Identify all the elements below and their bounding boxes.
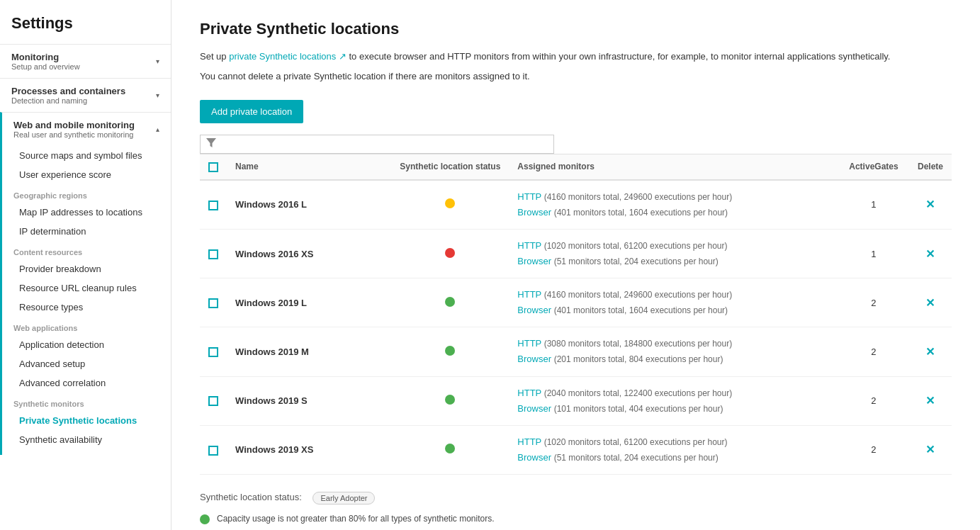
table-row: Windows 2019 L HTTP (4160 monitors total…: [200, 278, 952, 327]
sidebar-item-user-experience[interactable]: User experience score: [2, 165, 171, 184]
sidebar-section-processes-header[interactable]: Processes and containers Detection and n…: [0, 79, 171, 112]
sidebar-item-synthetic-availability[interactable]: Synthetic availability: [2, 430, 171, 449]
monitor-browser-link-3[interactable]: Browser (201 monitors total, 804 executi…: [517, 351, 830, 367]
sidebar-item-app-detection[interactable]: Application detection: [2, 335, 171, 354]
sidebar-section-monitoring-header[interactable]: Monitoring Setup and overview ▾: [0, 45, 171, 78]
legend-dot-green: [200, 514, 210, 524]
filter-input[interactable]: [220, 139, 548, 150]
monitor-http-link-0[interactable]: HTTP (4160 monitors total, 249600 execut…: [517, 189, 830, 205]
row-monitors-5: HTTP (1020 monitors total, 61200 executi…: [509, 425, 838, 474]
locations-table-wrapper: Name Synthetic location status Assigned …: [200, 154, 952, 475]
sidebar-item-resource-types[interactable]: Resource types: [2, 298, 171, 317]
row-checkbox-cell: [200, 327, 227, 376]
table-row: Windows 2016 L HTTP (4160 monitors total…: [200, 180, 952, 230]
monitor-http-link-4[interactable]: HTTP (2040 monitors total, 122400 execut…: [517, 385, 830, 401]
filter-bar: [200, 135, 554, 154]
processes-chevron: ▾: [156, 91, 159, 99]
add-private-location-button[interactable]: Add private location: [200, 100, 303, 123]
sidebar-item-advanced-setup[interactable]: Advanced setup: [2, 354, 171, 373]
page-description-1: Set up private Synthetic locations ↗ to …: [200, 50, 952, 64]
monitor-http-detail-4: (2040 monitors total, 122400 executions …: [544, 388, 733, 398]
sidebar-item-advanced-correlation[interactable]: Advanced correlation: [2, 373, 171, 393]
row-monitors-1: HTTP (1020 monitors total, 61200 executi…: [509, 230, 838, 278]
delete-button-3[interactable]: ✕: [925, 346, 935, 358]
web-mobile-subtitle: Real user and synthetic monitoring: [13, 130, 156, 139]
row-delete-3: ✕: [909, 327, 952, 376]
delete-button-2[interactable]: ✕: [925, 297, 935, 309]
row-checkbox-3[interactable]: [208, 347, 218, 357]
row-status-2: [391, 278, 509, 327]
row-delete-5: ✕: [909, 425, 952, 474]
row-checkbox-4[interactable]: [208, 396, 218, 406]
th-activegates: ActiveGates: [838, 154, 909, 180]
delete-button-0[interactable]: ✕: [925, 198, 935, 210]
processes-subtitle: Detection and naming: [11, 96, 156, 105]
row-monitors-2: HTTP (4160 monitors total, 249600 execut…: [509, 278, 838, 327]
row-checkbox-cell: [200, 278, 227, 327]
select-all-checkbox[interactable]: [208, 162, 218, 172]
monitor-http-link-5[interactable]: HTTP (1020 monitors total, 61200 executi…: [517, 434, 830, 450]
web-mobile-title: Web and mobile monitoring: [13, 120, 156, 130]
row-ag-3: 2: [838, 327, 909, 376]
monitor-browser-link-0[interactable]: Browser (401 monitors total, 1604 execut…: [517, 205, 830, 220]
monitor-http-link-1[interactable]: HTTP (1020 monitors total, 61200 executi…: [517, 238, 830, 254]
monitor-http-link-3[interactable]: HTTP (3080 monitors total, 184800 execut…: [517, 336, 830, 351]
row-ag-0: 1: [838, 180, 909, 230]
svg-marker-0: [206, 138, 216, 147]
th-delete: Delete: [909, 154, 952, 180]
status-dot-5: [445, 444, 455, 453]
row-checkbox-0[interactable]: [208, 201, 218, 210]
table-row: Windows 2019 S HTTP (2040 monitors total…: [200, 376, 952, 425]
row-checkbox-2[interactable]: [208, 298, 218, 308]
delete-button-5[interactable]: ✕: [925, 444, 935, 456]
th-monitors: Assigned monitors: [509, 154, 838, 180]
monitor-browser-link-1[interactable]: Browser (51 monitors total, 204 executio…: [517, 254, 830, 269]
row-name-1: Windows 2016 XS: [227, 230, 391, 278]
monitor-browser-detail-4: (101 monitors total, 404 executions per …: [554, 404, 723, 414]
sidebar-item-private-synthetic[interactable]: Private Synthetic locations: [2, 411, 171, 430]
monitor-browser-link-4[interactable]: Browser (101 monitors total, 404 executi…: [517, 401, 830, 417]
sidebar-section-web-mobile: Web and mobile monitoring Real user and …: [0, 112, 171, 455]
row-name-2: Windows 2019 L: [227, 278, 391, 327]
status-dot-2: [445, 297, 455, 307]
row-delete-1: ✕: [909, 230, 952, 278]
row-monitors-3: HTTP (3080 monitors total, 184800 execut…: [509, 327, 838, 376]
sidebar-item-ip-determination[interactable]: IP determination: [2, 222, 171, 241]
monitor-browser-link-2[interactable]: Browser (401 monitors total, 1604 execut…: [517, 303, 830, 318]
private-synthetic-link[interactable]: private Synthetic locations ↗: [229, 51, 347, 62]
delete-button-1[interactable]: ✕: [925, 248, 935, 260]
processes-title: Processes and containers: [11, 86, 156, 96]
sidebar-section-web-mobile-header[interactable]: Web and mobile monitoring Real user and …: [2, 113, 171, 146]
monitoring-subtitle: Setup and overview: [11, 62, 156, 71]
row-status-4: [391, 376, 509, 425]
early-adopter-badge: Early Adopter: [312, 492, 375, 504]
table-row: Windows 2019 M HTTP (3080 monitors total…: [200, 327, 952, 376]
row-checkbox-5[interactable]: [208, 446, 218, 456]
row-checkbox-1[interactable]: [208, 249, 218, 259]
row-delete-0: ✕: [909, 180, 952, 230]
row-name-4: Windows 2019 S: [227, 376, 391, 425]
main-content-area: Private Synthetic locations Set up priva…: [171, 0, 980, 530]
page-title: Private Synthetic locations: [200, 20, 952, 38]
legend-status-label: Synthetic location status:: [200, 492, 302, 502]
delete-button-4[interactable]: ✕: [925, 395, 935, 407]
table-row: Windows 2016 XS HTTP (1020 monitors tota…: [200, 230, 952, 278]
sidebar-item-provider-breakdown[interactable]: Provider breakdown: [2, 259, 171, 278]
monitor-browser-link-5[interactable]: Browser (51 monitors total, 204 executio…: [517, 450, 830, 466]
sidebar-item-source-maps[interactable]: Source maps and symbol files: [2, 146, 171, 165]
row-status-1: [391, 230, 509, 278]
desc1-before: Set up: [200, 51, 229, 62]
sidebar-item-map-ip[interactable]: Map IP addresses to locations: [2, 203, 171, 222]
monitor-http-link-2[interactable]: HTTP (4160 monitors total, 249600 execut…: [517, 287, 830, 303]
sidebar-section-processes: Processes and containers Detection and n…: [0, 78, 171, 112]
legend-item-green: Capacity usage is not greater than 80% f…: [200, 513, 952, 525]
row-delete-4: ✕: [909, 376, 952, 425]
sidebar-item-resource-url[interactable]: Resource URL cleanup rules: [2, 278, 171, 298]
monitor-http-detail-3: (3080 monitors total, 184800 executions …: [544, 339, 733, 349]
page-description-2: You cannot delete a private Synthetic lo…: [200, 69, 952, 84]
monitor-browser-detail-1: (51 monitors total, 204 executions per h…: [554, 256, 719, 266]
row-name-3: Windows 2019 M: [227, 327, 391, 376]
row-status-0: [391, 180, 509, 230]
monitoring-chevron: ▾: [156, 57, 159, 65]
row-status-3: [391, 327, 509, 376]
